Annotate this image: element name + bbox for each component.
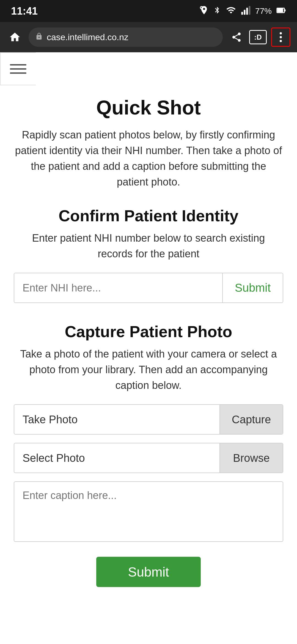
svg-rect-7 [277, 9, 283, 12]
select-photo-label: Select Photo [14, 452, 219, 464]
lock-icon [35, 32, 43, 42]
menu-button[interactable] [271, 28, 290, 47]
url-bar[interactable]: case.intellimed.co.nz [29, 28, 223, 47]
share-button[interactable] [228, 29, 245, 45]
browse-button[interactable]: Browse [219, 443, 283, 473]
take-photo-row: Take Photo Capture [14, 404, 283, 435]
capture-photo-title: Capture Patient Photo [14, 322, 283, 341]
url-text: case.intellimed.co.nz [47, 32, 128, 42]
browser-actions: :D [228, 28, 290, 47]
svg-rect-4 [249, 6, 250, 15]
alarm-icon [199, 5, 209, 17]
page-title: Quick Shot [14, 96, 283, 119]
confirm-identity-title: Confirm Patient Identity [14, 206, 283, 225]
nhi-input[interactable] [14, 273, 222, 302]
caption-textarea[interactable] [14, 481, 283, 542]
nhi-input-row: Submit [14, 273, 283, 303]
signal-icon [241, 5, 251, 17]
menu-dot-3 [280, 40, 282, 42]
hamburger-menu[interactable] [0, 52, 36, 85]
svg-rect-3 [246, 8, 248, 15]
page-content: Quick Shot Rapidly scan patient photos b… [0, 52, 297, 604]
page-description: Rapidly scan patient photos below, by fi… [14, 127, 283, 190]
confirm-identity-description: Enter patient NHI number below to search… [14, 230, 283, 262]
desktop-button[interactable]: :D [249, 30, 267, 44]
capture-button[interactable]: Capture [219, 405, 283, 434]
hamburger-line-3 [10, 72, 26, 74]
select-photo-row: Select Photo Browse [14, 443, 283, 473]
svg-rect-6 [284, 9, 286, 12]
take-photo-label: Take Photo [14, 413, 219, 426]
submit-button[interactable]: Submit [96, 557, 201, 587]
main-content: Quick Shot Rapidly scan patient photos b… [0, 85, 297, 604]
nhi-submit-button[interactable]: Submit [222, 273, 283, 302]
status-time: 11:41 [11, 5, 38, 17]
hamburger-line-2 [10, 68, 26, 70]
battery-icon [276, 5, 286, 17]
battery-text: 77% [255, 6, 272, 16]
browser-bar: case.intellimed.co.nz :D [0, 22, 297, 52]
bluetooth-icon [213, 5, 221, 17]
svg-rect-2 [244, 10, 245, 15]
status-icons: 77% [199, 5, 286, 17]
menu-dot-1 [280, 32, 282, 34]
svg-rect-1 [241, 12, 243, 15]
home-button[interactable] [7, 29, 23, 45]
hamburger-line-1 [10, 64, 26, 66]
capture-photo-description: Take a photo of the patient with your ca… [14, 346, 283, 393]
menu-dot-2 [280, 36, 282, 38]
wifi-icon [226, 5, 237, 17]
status-bar: 11:41 [0, 0, 297, 22]
